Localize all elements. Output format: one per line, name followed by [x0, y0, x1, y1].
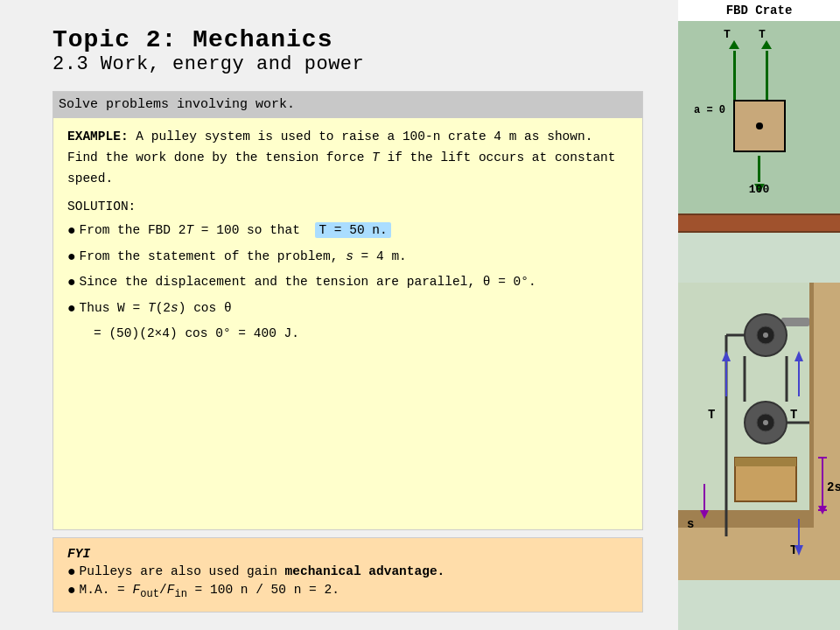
- svg-rect-3: [781, 318, 809, 326]
- pulley-section: T T 2s s T: [678, 233, 840, 630]
- svg-text:T: T: [708, 408, 715, 422]
- svg-rect-11: [735, 458, 796, 466]
- svg-point-6: [763, 332, 768, 338]
- right-panel: FBD Crate T T a = 0 100: [678, 0, 840, 630]
- crate-center-dot: [756, 122, 763, 130]
- main-content: Topic 2: Mechanics 2.3 Work, energy and …: [0, 0, 678, 630]
- highlight-t50: T = 50 n.: [315, 222, 390, 238]
- svg-text:s: s: [687, 517, 694, 531]
- fbd-label: FBD Crate: [678, 0, 840, 21]
- plank-divider: [678, 214, 840, 233]
- bullet-dot-1: ●: [67, 220, 76, 243]
- arrow-head-up-right: [761, 40, 772, 49]
- t-label-top-left: T: [724, 28, 731, 41]
- crate-box: [733, 100, 786, 152]
- svg-text:T: T: [790, 408, 797, 422]
- bullet-3: ● Since the displacement and the tension…: [67, 272, 628, 295]
- fyi-title: FYI: [67, 547, 628, 561]
- title-line1: Topic 2: Mechanics: [52, 26, 643, 53]
- arrow-head-up-left: [729, 40, 739, 49]
- bullet-2-text: From the statement of the problem, s = 4…: [80, 247, 407, 267]
- a-label: a = 0: [694, 104, 725, 116]
- hundred-label: 100: [749, 183, 769, 196]
- fyi-box: FYI ● Pulleys are also used gain mechani…: [52, 537, 643, 612]
- bullet-4: ● Thus W = T(2s) cos θ: [67, 298, 628, 321]
- arrow-up-left: [729, 40, 739, 108]
- bullet-2: ● From the statement of the problem, s =…: [67, 247, 628, 270]
- svg-point-9: [763, 420, 768, 425]
- fyi-bullet-1-text: Pulleys are also used gain mechanical ad…: [80, 564, 445, 578]
- bullet-4-text: Thus W = T(2s) cos θ: [80, 298, 232, 318]
- title-line2: 2.3 Work, energy and power: [52, 53, 643, 75]
- fyi-bullet-2: ● M.A. = Fout/Fin = 100 n / 50 n = 2.: [67, 583, 628, 600]
- solution-label: SOLUTION:: [67, 197, 628, 217]
- svg-text:2s: 2s: [827, 480, 840, 494]
- pulley-svg: T T 2s s T: [678, 233, 840, 630]
- title-section: Topic 2: Mechanics 2.3 Work, energy and …: [52, 26, 643, 75]
- bullet-1-text: From the FBD 2T = 100 so that T = 50 n.: [80, 220, 391, 241]
- bullet-dot-4: ●: [67, 298, 76, 321]
- arrow-up-right: [761, 40, 772, 108]
- example-text: EXAMPLE: A pulley system is used to rais…: [67, 127, 628, 190]
- bullet-dot-3: ●: [67, 272, 76, 295]
- fyi-bullet-dot-2: ●: [67, 583, 76, 598]
- fyi-bullet-1: ● Pulleys are also used gain mechanical …: [67, 564, 628, 580]
- t-label-top-right: T: [759, 28, 766, 41]
- fyi-bullet-2-text: M.A. = Fout/Fin = 100 n / 50 n = 2.: [80, 583, 340, 600]
- solve-line: Solve problems involving work.: [53, 92, 642, 118]
- svg-rect-1: [814, 283, 840, 580]
- example-label: EXAMPLE: A pulley system is used to rais…: [67, 130, 616, 186]
- fyi-bullet-dot-1: ●: [67, 564, 76, 580]
- svg-rect-12: [678, 510, 814, 528]
- bullet-3-text: Since the displacement and the tension a…: [80, 272, 536, 292]
- content-box: Solve problems involving work. EXAMPLE: …: [52, 91, 643, 530]
- arrow-shaft-down: [758, 156, 760, 182]
- crate-diagram: T T a = 0 100: [678, 21, 840, 214]
- bullet-1: ● From the FBD 2T = 100 so that T = 50 n…: [67, 220, 628, 243]
- indent-line: = (50)(2×4) cos 0° = 400 J.: [94, 324, 628, 344]
- bullet-dot-2: ●: [67, 247, 76, 270]
